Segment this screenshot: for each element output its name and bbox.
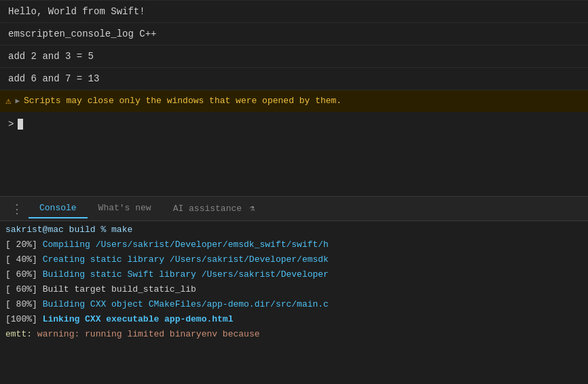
warning-triangle-icon: ⚠ [5,92,11,111]
term-line-60b: [ 60%] Built target build_static_lib [0,282,588,297]
term-line-warning: emtt: warning: running limited binaryenv… [0,327,588,342]
console-cursor [18,119,23,130]
console-line-1: Hello, World from Swift! [0,0,588,23]
term-line-20: [ 20%] Compiling /Users/sakrist/Develope… [0,237,588,252]
menu-dots-button[interactable]: ⋮ [5,201,29,216]
flask-icon: ⚗ [250,204,255,214]
warning-text: Scripts may close only the windows that … [24,92,342,111]
console-line-4: add 6 and 7 = 13 [0,68,588,90]
bottom-panel: ⋮ Console What's new AI assistance ⚗ sak… [0,197,588,384]
warning-line: ⚠ ▶ Scripts may close only the windows t… [0,90,588,112]
term-line-80: [ 80%] Building CXX object CMakeFiles/ap… [0,297,588,312]
console-output-panel: Hello, World from Swift! emscripten_cons… [0,0,588,197]
tab-bar: ⋮ Console What's new AI assistance ⚗ [0,197,588,221]
tab-ai-assistance[interactable]: AI assistance ⚗ [162,199,266,219]
terminal-output: sakrist@mac build % make [ 20%] Compilin… [0,221,588,384]
term-line-header: sakrist@mac build % make [0,223,588,237]
tab-console[interactable]: Console [29,199,88,218]
term-line-40: [ 40%] Creating static library /Users/sa… [0,252,588,267]
term-line-60a: [ 60%] Building static Swift library /Us… [0,267,588,282]
term-line-100: [100%] Linking CXX executable app-demo.h… [0,312,588,327]
console-line-3: add 2 and 3 = 5 [0,45,588,68]
console-input-line[interactable]: > [0,112,588,136]
console-prompt: > [8,115,14,134]
expand-arrow-icon[interactable]: ▶ [15,92,20,111]
tab-whats-new[interactable]: What's new [88,199,162,218]
console-line-2: emscripten_console_log C++ [0,23,588,45]
